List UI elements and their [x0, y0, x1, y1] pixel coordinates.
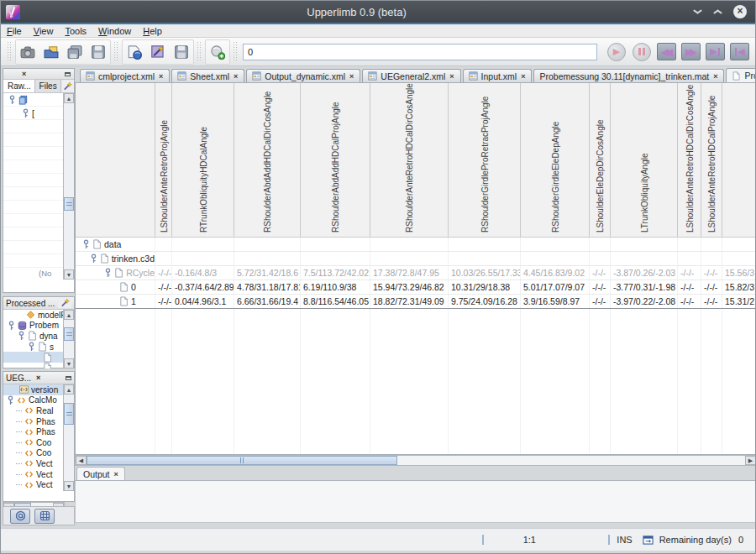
vertical-scrollbar[interactable]: ▲ ▼	[63, 310, 74, 368]
expand-key-icon[interactable]	[90, 253, 97, 264]
save-all-button[interactable]	[64, 41, 86, 63]
tab-probemessung-mat[interactable]: Probemessung 30.11[dynamic]_trinken.mat …	[533, 69, 724, 82]
scroll-up-icon[interactable]: ▲	[64, 384, 74, 395]
scroll-up-icon[interactable]: ▲	[64, 93, 74, 103]
scroll-down-icon[interactable]: ▼	[64, 358, 74, 368]
wizard-button[interactable]	[58, 298, 71, 308]
scroll-down-icon[interactable]: ▼	[64, 269, 74, 280]
tab-close-icon[interactable]: ×	[712, 72, 718, 81]
scrollbar-thumb[interactable]	[64, 197, 74, 211]
tab-cmlproject[interactable]: cmlproject.xml ×	[80, 69, 170, 82]
table-row-1[interactable]: 1 -/-/- 0.04/4.96/3.1 6.66/31.66/19.4 8.…	[76, 295, 756, 309]
tab-close-icon[interactable]: ×	[233, 72, 239, 81]
column-header[interactable]: LTrunkObliquityAngle	[640, 154, 649, 233]
add-sphere-button[interactable]	[207, 41, 228, 63]
model-document-button[interactable]	[123, 41, 145, 63]
table-row-trinken[interactable]: trinken.c3d	[76, 252, 756, 266]
scrollbar-thumb[interactable]	[64, 403, 74, 425]
menu-tools[interactable]: Tools	[59, 26, 92, 36]
column-header[interactable]: RTrunkObliquityHDCalAngle	[199, 127, 208, 233]
scroll-down-icon[interactable]: ▼	[64, 481, 74, 491]
minimize-window-icon[interactable]	[693, 9, 701, 14]
scrollbar-thumb[interactable]	[87, 456, 397, 465]
save-icon	[174, 44, 189, 60]
toolbar-grip[interactable]	[7, 42, 13, 62]
tab-probemessung-active[interactable]: Probemessung 30	[726, 68, 756, 82]
tab-input[interactable]: Input.xml ×	[463, 69, 533, 82]
toolbar-grip[interactable]	[113, 42, 119, 62]
table-row-0[interactable]: 0 -/-/- -0.37/4.64/2.89 4.78/31.18/17.81…	[76, 280, 756, 295]
circle-tool-button[interactable]	[10, 509, 30, 524]
tab-raw[interactable]: Raw...	[3, 80, 35, 92]
vertical-scrollbar[interactable]: ▲ ▼	[63, 384, 74, 491]
expand-key-icon[interactable]	[8, 321, 15, 331]
save-icon	[91, 44, 106, 60]
vertical-scrollbar[interactable]: ▲ ▼	[63, 93, 74, 280]
tab-output[interactable]: Output ×	[76, 467, 125, 480]
column-header[interactable]: RShoulderAbdAddHDCalProjAngle	[331, 102, 340, 233]
tab-close-icon[interactable]: ×	[349, 72, 354, 81]
column-header[interactable]: LShoulderAnteRetroHDCalProjAngle	[707, 96, 717, 233]
panel-close-icon[interactable]: ×	[22, 70, 26, 78]
table-cell: -0.37/4.64/2.89	[172, 280, 234, 294]
table-row-data[interactable]: data	[76, 238, 756, 252]
expand-key-icon[interactable]	[104, 268, 112, 278]
expand-key-icon[interactable]	[8, 95, 16, 105]
wizard-button[interactable]	[147, 41, 169, 63]
skip-to-end-button[interactable]: ▶	[706, 43, 725, 60]
menu-window[interactable]: Window	[92, 26, 137, 36]
toolbar-grip[interactable]	[197, 42, 202, 62]
expand-key-icon[interactable]	[22, 108, 29, 118]
frame-number-input[interactable]	[243, 44, 597, 60]
save-result-button[interactable]	[171, 41, 192, 63]
tab-close-icon[interactable]: ×	[449, 72, 454, 81]
horizontal-scrollbar[interactable]: ◀ ▶	[75, 455, 756, 466]
column-header[interactable]: RShoulderAnteRetroHDCalDirCosAngle	[405, 83, 414, 233]
rewind-button[interactable]: ◀◀	[657, 43, 676, 60]
scroll-right-icon[interactable]: ▶	[745, 456, 756, 465]
file-icon	[119, 296, 129, 306]
scrollbar-thumb[interactable]	[64, 327, 74, 341]
maximize-window-icon[interactable]	[713, 9, 722, 14]
tab-close-icon[interactable]: ×	[114, 470, 118, 478]
toolbar-grip[interactable]	[233, 42, 239, 62]
expand-key-icon[interactable]	[18, 331, 25, 341]
scroll-up-icon[interactable]: ▲	[64, 310, 74, 320]
tree-item-label: Phas	[36, 427, 55, 436]
column-header[interactable]: LShoulderAnteRetroHDCalDirCosAngle	[685, 85, 695, 233]
save-button[interactable]	[87, 41, 109, 63]
panel-close-icon[interactable]: ×	[36, 374, 40, 382]
column-header[interactable]: RShoulderGirdleEleDepAngle	[551, 122, 560, 233]
expand-key-icon[interactable]	[82, 239, 90, 249]
skip-to-start-button[interactable]: ◀	[730, 43, 749, 60]
column-header[interactable]: LShoulderAnteRetroProjAngle	[160, 120, 169, 233]
menu-view[interactable]: View	[28, 26, 60, 36]
grid-tool-button[interactable]	[34, 509, 55, 524]
expand-key-icon[interactable]	[28, 342, 35, 352]
tab-close-icon[interactable]: ×	[158, 72, 164, 81]
scroll-left-icon[interactable]: ◀	[76, 456, 87, 465]
table-row-rcycle[interactable]: RCycle -/-/- -0.16/4.8/3 5.72/31.42/18.6…	[76, 266, 756, 280]
menu-file[interactable]: File	[1, 26, 28, 36]
file-icon	[38, 342, 47, 352]
expand-key-icon[interactable]	[7, 395, 14, 405]
wizard-button[interactable]	[61, 80, 74, 92]
tab-output-dynamic[interactable]: Output_dynamic.xml ×	[246, 69, 360, 82]
play-button[interactable]: ▶	[607, 43, 626, 61]
column-header[interactable]: LShoulderEleDepDirCosAngle	[596, 119, 605, 233]
panel-minimize-icon[interactable]	[65, 72, 71, 76]
tab-files[interactable]: Files	[35, 80, 61, 92]
open-project-button[interactable]	[40, 41, 62, 63]
menu-help[interactable]: Help	[137, 26, 168, 36]
column-header[interactable]: RShoulderAbdAddHDCalDirCosAngle	[263, 91, 272, 233]
fast-forward-button[interactable]: ▶▶	[681, 43, 701, 60]
column-header[interactable]: RShoulderGirdleProRetracProjAngle	[480, 97, 490, 233]
snapshot-button[interactable]	[17, 41, 39, 63]
tab-uegeneral2[interactable]: UEGeneral2.xml ×	[362, 69, 460, 82]
tab-close-icon[interactable]: ×	[520, 72, 526, 81]
panel-title: UEG...	[6, 374, 31, 383]
pause-button[interactable]	[633, 43, 651, 61]
tab-sheet[interactable]: Sheet.xml ×	[171, 69, 244, 82]
close-window-icon[interactable]: ×	[733, 5, 747, 18]
panel-minimize-icon[interactable]	[66, 376, 71, 380]
